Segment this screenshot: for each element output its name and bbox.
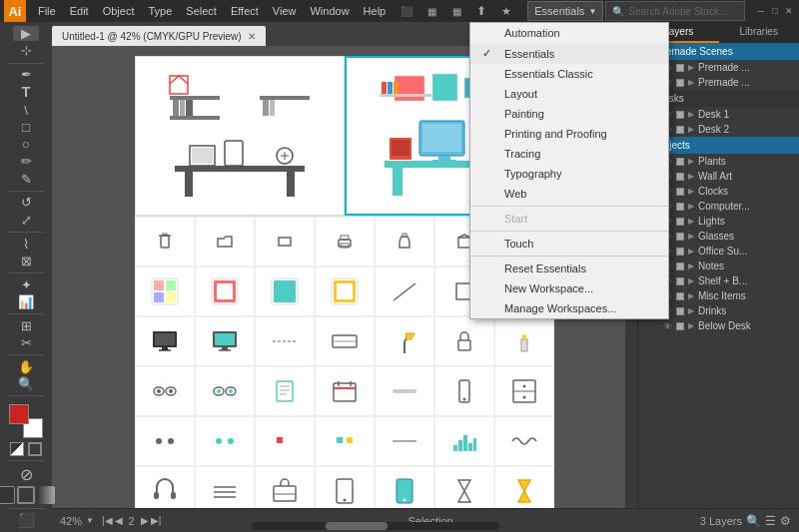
pencil-tool[interactable]: ✎ [13,171,39,186]
star-icon[interactable]: ★ [495,0,517,22]
menu-layout[interactable]: Layout [470,84,668,104]
menu-edit[interactable]: Edit [64,0,95,22]
graph-tool[interactable]: 📊 [13,294,39,309]
last-page-icon[interactable]: ▶| [151,515,162,526]
svg-rect-1 [185,172,193,197]
scroll-track[interactable] [252,522,499,530]
artboard-tool[interactable]: ⊞ [13,318,39,333]
page-navigation[interactable]: |◀ ◀ 2 ▶ ▶| [102,515,161,527]
menu-view[interactable]: View [267,0,303,22]
layer-color-indicator [676,126,684,134]
arrow-icon[interactable]: ⬆ [470,0,492,22]
menu-item-label: Touch [504,238,533,250]
stroke-color-btn[interactable] [17,486,35,504]
toolbar: ▶ ⊹ ✒ T \ □ ○ ✏ ✎ ↺ ⤢ ⌇ ⊠ ✦ 📊 ⊞ ✂ ✋ 🔍 ⊘ … [0,22,52,532]
document-tab[interactable]: Untitled-1 @ 42% (CMYK/GPU Preview) ✕ [52,26,266,46]
menu-web[interactable]: Web [470,184,668,204]
brush-tool[interactable]: ✏ [13,154,39,169]
arrange3-icon[interactable]: ▦ [445,0,467,22]
menu-object[interactable]: Object [97,0,141,22]
tab-close-button[interactable]: ✕ [248,31,256,42]
svg-rect-27 [392,140,409,156]
menu-printing[interactable]: Printing and Proofing [470,124,668,144]
icon-horizontal-bar [375,366,434,416]
svg-rect-10 [260,96,310,100]
direct-selection-tool[interactable]: ⊹ [13,43,39,58]
menu-tracing[interactable]: Tracing [470,144,668,164]
rect-tool[interactable]: □ [13,120,39,135]
next-page-icon[interactable]: ▶ [141,515,149,526]
menu-new-workspace[interactable]: New Workspace... [470,278,668,298]
warp-tool[interactable]: ⌇ [13,236,39,251]
svg-rect-15 [263,100,269,116]
svg-rect-51 [154,280,164,290]
fill-color-btn[interactable] [0,486,15,504]
svg-rect-57 [217,283,233,299]
line-tool[interactable]: \ [13,102,39,117]
minimize-button[interactable]: ─ [755,5,767,17]
settings-icon[interactable]: ⚙ [780,514,791,528]
menu-select[interactable]: Select [180,0,223,22]
menu-item-label: Web [504,188,526,200]
menu-essentials-classic[interactable]: Essentials Classic [470,64,668,84]
search-icon2[interactable]: 🔍 [746,514,761,528]
layer-color-indicator [676,263,684,270]
prev-page-icon[interactable]: ◀ [115,515,123,526]
menu-automation[interactable]: Automation [470,23,668,43]
fill-none[interactable]: ⊘ [13,465,39,484]
menu-reset-essentials[interactable]: Reset Essentials [470,259,668,278]
icon-wave [494,416,554,466]
scale-tool[interactable]: ⤢ [13,213,39,228]
slice-tool[interactable]: ✂ [13,335,39,350]
selection-tool[interactable]: ▶ [13,26,39,41]
svg-rect-36 [380,94,431,97]
menu-help[interactable]: Help [358,0,393,22]
menu-window[interactable]: Window [304,0,355,22]
color-selector[interactable] [9,404,43,456]
first-page-icon[interactable]: |◀ [102,515,113,526]
essentials-dropdown[interactable]: Essentials ▼ [527,1,603,21]
zoom-control[interactable]: 42% ▼ [60,515,94,527]
chevron-down-icon: ▼ [588,7,596,16]
close-button[interactable]: ✕ [783,5,795,17]
arrange-icon[interactable]: ⬛ [396,0,417,22]
menu-typography[interactable]: Typography [470,164,668,184]
pen-tool[interactable]: ✒ [13,67,39,82]
svg-rect-42 [163,234,167,236]
visibility-icon[interactable]: 👁 [662,321,672,331]
tab-libraries[interactable]: Libraries [719,22,800,43]
menu-effect[interactable]: Effect [225,0,265,22]
default-colors[interactable] [28,442,42,456]
symbol-tool[interactable]: ✦ [13,277,39,292]
foreground-color[interactable] [9,404,29,424]
menu-essentials[interactable]: ✓ Essentials [470,43,668,64]
svg-rect-117 [468,443,472,451]
layer-name: Premade ... [698,62,793,73]
layer-color-indicator [676,277,684,285]
layer-below-desk[interactable]: 👁 ▶ Below Desk [638,318,799,333]
workspace-dropdown-menu: Automation ✓ Essentials Essentials Class… [469,22,669,319]
menu-touch[interactable]: Touch [470,234,668,254]
stock-search[interactable]: 🔍 Search Adobe Stock... [605,1,745,21]
ellipse-tool[interactable]: ○ [13,137,39,152]
layer-name: Desk 1 [698,109,793,120]
hand-tool[interactable]: ✋ [13,359,39,374]
menu-file[interactable]: File [32,0,62,22]
svg-rect-9 [170,96,220,100]
gradient-btn[interactable] [37,486,55,504]
rotate-tool[interactable]: ↺ [13,195,39,210]
layer-options-icon[interactable]: ☰ [765,514,776,528]
change-screen-mode[interactable]: ⬛ [13,512,39,528]
menu-item-label: Painting [504,108,544,120]
maximize-button[interactable]: □ [769,5,781,17]
scroll-thumb[interactable] [326,522,388,530]
swap-colors[interactable] [10,442,24,456]
menu-type[interactable]: Type [142,0,178,22]
menu-painting[interactable]: Painting [470,104,668,124]
type-tool[interactable]: T [13,84,39,100]
free-transform-tool[interactable]: ⊠ [13,254,39,268]
menu-bar: Ai File Edit Object Type Select Effect V… [0,0,799,22]
zoom-tool[interactable]: 🔍 [13,376,39,391]
arrange2-icon[interactable]: ▦ [420,0,442,22]
menu-manage-workspaces[interactable]: Manage Workspaces... [470,298,668,318]
